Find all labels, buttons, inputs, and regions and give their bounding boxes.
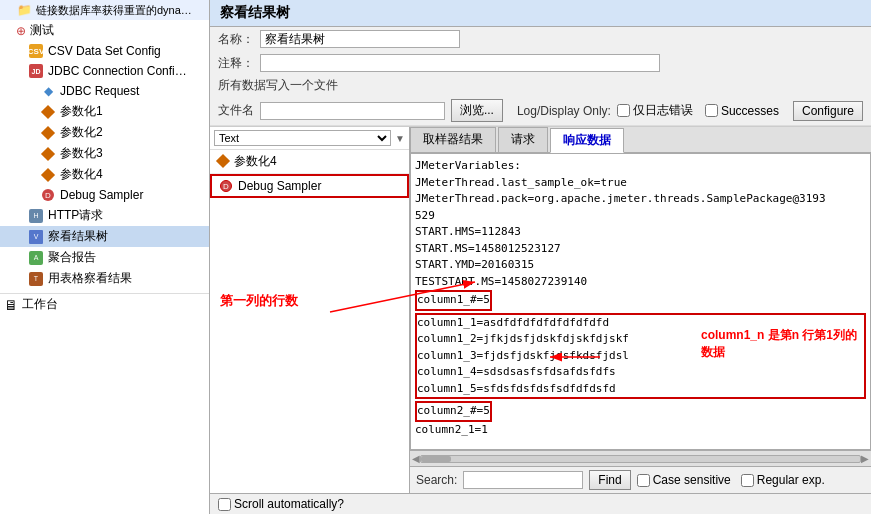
successes-checkbox-label[interactable]: Successes bbox=[705, 104, 779, 118]
tree-item-agg[interactable]: A 聚合报告 bbox=[0, 247, 209, 268]
result-right: 取样器结果 请求 响应数据 JMeterVariables: JMeterThr… bbox=[410, 127, 871, 493]
tree-item-param3[interactable]: 参数化3 bbox=[0, 143, 209, 164]
response-line-8: TESTSTART.MS=1458027239140 bbox=[415, 274, 866, 291]
workbench-label: 工作台 bbox=[22, 296, 58, 313]
tree-item-param4[interactable]: 参数化4 bbox=[0, 164, 209, 185]
name-label: 名称： bbox=[218, 31, 254, 48]
tree-item-label: 链接数据库率获得重置的dynamic bbox=[36, 3, 196, 18]
selector-dropdown-icon: ▼ bbox=[395, 133, 405, 144]
debug-icon: D bbox=[40, 187, 56, 203]
result-item-label: 参数化4 bbox=[234, 153, 277, 170]
response-line-1: JMeterVariables: bbox=[415, 158, 866, 175]
workbench-item[interactable]: 🖥 工作台 bbox=[0, 293, 209, 315]
horizontal-scrollbar[interactable]: ◀ ▶ bbox=[410, 450, 871, 466]
tab-request[interactable]: 请求 bbox=[498, 127, 548, 152]
successes-checkbox[interactable] bbox=[705, 104, 718, 117]
response-line-3: JMeterThread.pack=org.apache.jmeter.thre… bbox=[415, 191, 866, 208]
param-icon bbox=[40, 146, 56, 162]
tree-item-label: 参数化4 bbox=[60, 166, 103, 183]
response-line-col2-count: column2_#=5 bbox=[415, 401, 866, 422]
comment-input[interactable] bbox=[260, 54, 660, 72]
response-line-6: START.MS=1458012523127 bbox=[415, 241, 866, 258]
response-line-col1-2: column1_2=jfkjdsfjdskfdjskfdjskf bbox=[417, 331, 864, 348]
response-line-7: START.YMD=20160315 bbox=[415, 257, 866, 274]
tree-item-http[interactable]: H HTTP请求 bbox=[0, 205, 209, 226]
tree-item-label: JDBC Connection Configurati... bbox=[48, 64, 188, 78]
jdbc-icon: JD bbox=[28, 63, 44, 79]
response-line-col1-3: column1_3=fjdsfjdskfjdsfkdsfjdsl bbox=[417, 348, 864, 365]
tree-item-label: 聚合报告 bbox=[48, 249, 96, 266]
left-panel: 📁 链接数据库率获得重置的dynamic ⊕ 测试 CSV CSV Data S… bbox=[0, 0, 210, 514]
log-errors-checkbox-label[interactable]: 仅日志错误 bbox=[617, 102, 693, 119]
scrollbar-thumb[interactable] bbox=[421, 456, 451, 462]
param4-icon bbox=[218, 155, 228, 169]
configure-button[interactable]: Configure bbox=[793, 101, 863, 121]
response-line-col1-4: column1_4=sdsdsasfsfdsafdsfdfs bbox=[417, 364, 864, 381]
tree-item-label: 参数化1 bbox=[60, 103, 103, 120]
display-selector[interactable]: Text bbox=[214, 130, 391, 146]
file-note: 所有数据写入一个文件 bbox=[210, 75, 871, 96]
search-label: Search: bbox=[416, 473, 457, 487]
tabs-row: 取样器结果 请求 响应数据 bbox=[410, 127, 871, 153]
browse-button[interactable]: 浏览... bbox=[451, 99, 503, 122]
tree-item-label: Debug Sampler bbox=[60, 188, 143, 202]
scroll-left-btn[interactable]: ◀ bbox=[412, 453, 420, 464]
param-icon bbox=[40, 125, 56, 141]
request-icon: ◆ bbox=[40, 83, 56, 99]
log-errors-checkbox[interactable] bbox=[617, 104, 630, 117]
scroll-right-btn[interactable]: ▶ bbox=[861, 453, 869, 464]
tree-item-label: 参数化2 bbox=[60, 124, 103, 141]
result-item-param4[interactable]: 参数化4 bbox=[210, 150, 409, 174]
csv-icon: CSV bbox=[28, 43, 44, 59]
tree-item-jdbc-req[interactable]: ◆ JDBC Request bbox=[0, 81, 209, 101]
response-line-col2-1: column2_1=1 bbox=[415, 422, 866, 439]
result-item-debug[interactable]: D Debug Sampler bbox=[210, 174, 409, 198]
param-icon bbox=[40, 167, 56, 183]
tab-sampler-result[interactable]: 取样器结果 bbox=[410, 127, 496, 152]
tree-item-jdbc-config[interactable]: JD JDBC Connection Configurati... bbox=[0, 61, 209, 81]
tree-item-label: 察看结果树 bbox=[48, 228, 108, 245]
selector-row: Text ▼ bbox=[210, 127, 409, 150]
comment-label: 注释： bbox=[218, 55, 254, 72]
tree-item-param1[interactable]: 参数化1 bbox=[0, 101, 209, 122]
scrollbar-track[interactable] bbox=[420, 455, 861, 463]
tree-item-csv[interactable]: CSV CSV Data Set Config bbox=[0, 41, 209, 61]
file-input[interactable] bbox=[260, 102, 445, 120]
workbench-icon: 🖥 bbox=[4, 297, 18, 313]
folder-icon: 📁 bbox=[16, 2, 32, 18]
file-row: 文件名 浏览... Log/Display Only: 仅日志错误 Succes… bbox=[210, 96, 871, 126]
test-icon: ⊕ bbox=[16, 24, 26, 38]
http-icon: H bbox=[28, 208, 44, 224]
tree-item-dynamic[interactable]: 📁 链接数据库率获得重置的dynamic bbox=[0, 0, 209, 20]
name-row: 名称： bbox=[210, 27, 871, 51]
response-line-4: 529 bbox=[415, 208, 866, 225]
tree-item-param2[interactable]: 参数化2 bbox=[0, 122, 209, 143]
find-button[interactable]: Find bbox=[589, 470, 630, 490]
response-line-col1-1: column1_1=asdfdfdfdfdfdfdfdfd bbox=[417, 315, 864, 332]
scroll-auto-label[interactable]: Scroll automatically? bbox=[218, 497, 344, 511]
result-list: Text ▼ 参数化4 D Debug Sampler bbox=[210, 127, 410, 493]
tab-response-data[interactable]: 响应数据 bbox=[550, 128, 624, 153]
column1-count-highlight: column1_#=5 bbox=[415, 290, 492, 311]
tree-item-label: 参数化3 bbox=[60, 145, 103, 162]
search-row: Search: Find Case sensitive Regular exp. bbox=[410, 466, 871, 493]
name-input[interactable] bbox=[260, 30, 460, 48]
scroll-auto-row: Scroll automatically? bbox=[210, 493, 871, 514]
case-sensitive-checkbox[interactable] bbox=[637, 474, 650, 487]
case-sensitive-label[interactable]: Case sensitive bbox=[637, 473, 731, 487]
tree-item-table[interactable]: T 用表格察看结果 bbox=[0, 268, 209, 289]
file-label: 文件名 bbox=[218, 102, 254, 119]
param-icon bbox=[40, 104, 56, 120]
scroll-auto-checkbox[interactable] bbox=[218, 498, 231, 511]
comment-row: 注释： bbox=[210, 51, 871, 75]
search-input[interactable] bbox=[463, 471, 583, 489]
response-line-col1-count: column1_#=5 bbox=[415, 290, 866, 311]
agg-icon: A bbox=[28, 250, 44, 266]
tree-item-view-result[interactable]: V 察看结果树 bbox=[0, 226, 209, 247]
regex-checkbox[interactable] bbox=[741, 474, 754, 487]
regex-label[interactable]: Regular exp. bbox=[741, 473, 825, 487]
tree-item-test[interactable]: ⊕ 测试 bbox=[0, 20, 209, 41]
tree-item-label: JDBC Request bbox=[60, 84, 139, 98]
tree-item-debug[interactable]: D Debug Sampler bbox=[0, 185, 209, 205]
debug-result-icon: D bbox=[220, 180, 232, 192]
